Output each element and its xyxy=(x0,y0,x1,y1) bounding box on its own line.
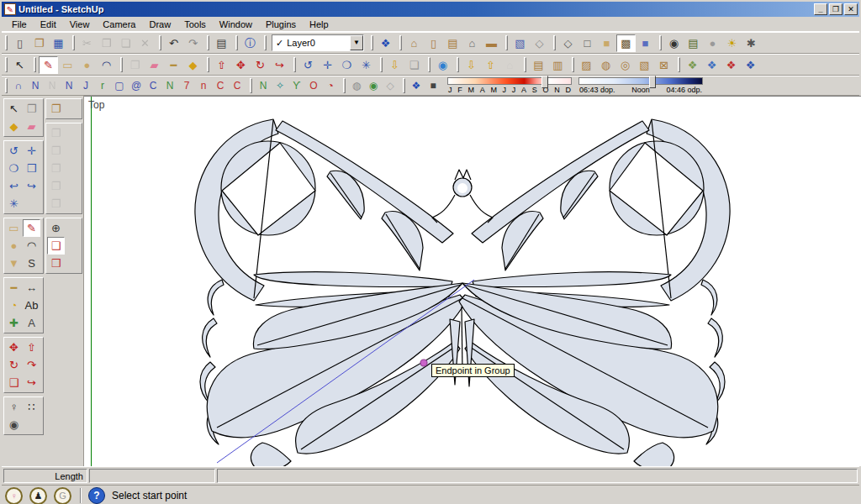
place-model-button[interactable]: ▯ xyxy=(424,34,443,52)
text-tool-button[interactable]: Ab xyxy=(23,297,40,314)
toolbar-drag-handle[interactable] xyxy=(678,57,680,72)
toolbar-drag-handle[interactable] xyxy=(34,57,36,72)
ground-plane-button[interactable]: ▬ xyxy=(482,34,501,52)
open-file-button[interactable]: ❐ xyxy=(29,34,49,52)
zoom-extents-tool-button[interactable]: ✳ xyxy=(5,195,23,213)
layer-manager-button[interactable]: ❖ xyxy=(376,34,395,52)
menu-tools[interactable]: Tools xyxy=(177,18,213,31)
textured-mode-button[interactable]: ▩ xyxy=(616,34,636,52)
toolbar-drag-handle[interactable] xyxy=(120,57,123,72)
plugin-stack-4-button[interactable]: ❖ xyxy=(741,56,760,74)
dome-3-button[interactable]: ◇ xyxy=(382,78,399,94)
eraser-tool-button[interactable]: ▰ xyxy=(23,118,40,135)
undo-button[interactable]: ↶ xyxy=(164,34,183,52)
curve-n2-button[interactable]: n xyxy=(195,78,212,94)
polygon-tool-button[interactable]: ▼ xyxy=(5,255,23,272)
rectangle-tool-button[interactable]: ▭ xyxy=(5,219,23,237)
dimension-tool-button[interactable]: ↔ xyxy=(23,279,40,297)
tape-measure-tool-button[interactable]: ━ xyxy=(164,56,183,74)
model-info-button[interactable]: ⓘ xyxy=(240,34,260,52)
toolbar-drag-handle[interactable] xyxy=(250,78,252,93)
curve-r-button[interactable]: r xyxy=(94,78,111,94)
orbit-tool-button[interactable]: ↺ xyxy=(5,142,23,160)
shadow-toggle-button[interactable]: ■ xyxy=(425,78,441,94)
butterfly-right-half[interactable] xyxy=(459,119,730,466)
zoom-tool-button[interactable]: ❍ xyxy=(5,160,23,177)
zoom-previous-tool-button[interactable]: ↩ xyxy=(5,177,23,195)
axes-tool-button[interactable]: ✚ xyxy=(5,314,23,332)
redo-button[interactable]: ↷ xyxy=(183,34,203,52)
sandbox-drape-button[interactable]: ◎ xyxy=(615,56,635,74)
photo-camera-button[interactable]: ◉ xyxy=(664,34,684,52)
spiral-button[interactable]: @ xyxy=(128,78,145,94)
zoom-extents-tool-button[interactable]: ✳ xyxy=(357,56,376,74)
rounded-rect-button[interactable]: ▢ xyxy=(111,78,128,94)
toolbar-drag-handle[interactable] xyxy=(293,57,296,72)
credits-g-icon[interactable]: G xyxy=(54,487,71,504)
shadow-settings-button[interactable]: ❖ xyxy=(408,78,425,94)
toolbar-drag-handle[interactable] xyxy=(235,35,238,50)
print-button[interactable]: ▤ xyxy=(212,34,231,52)
toolbar-drag-handle[interactable] xyxy=(524,57,526,72)
menu-window[interactable]: Window xyxy=(213,18,259,31)
toolbar-drag-handle[interactable] xyxy=(5,57,8,72)
toolbar-drag-handle[interactable] xyxy=(343,78,346,93)
help-question-icon[interactable]: ? xyxy=(88,487,105,504)
lightbulb-button[interactable]: ☀ xyxy=(722,34,742,52)
menu-plugins[interactable]: Plugins xyxy=(259,18,303,31)
new-file-button[interactable]: ▯ xyxy=(10,34,29,52)
toolbar-drag-handle[interactable] xyxy=(371,35,373,50)
minimize-button[interactable]: _ xyxy=(814,3,827,15)
circle-tool-button[interactable]: ● xyxy=(5,237,23,255)
menu-help[interactable]: Help xyxy=(303,18,335,31)
protractor-tool-button[interactable]: ◔ xyxy=(5,297,23,314)
endpoint-marker[interactable] xyxy=(420,360,427,366)
circle-tool-button[interactable]: ● xyxy=(77,56,97,74)
dome-1-button[interactable]: ◍ xyxy=(348,78,365,94)
back-edges-mode-button[interactable]: ◇ xyxy=(530,34,549,52)
arc-tool-button[interactable]: ◠ xyxy=(97,56,116,74)
wireframe-mode-button[interactable]: ◇ xyxy=(558,34,578,52)
polyline-n-button[interactable]: N xyxy=(61,78,77,94)
offset-tool-button[interactable]: ❑ xyxy=(5,374,23,391)
export-model-button[interactable]: ⇩ xyxy=(385,56,404,74)
toolbar-drag-handle[interactable] xyxy=(553,35,556,50)
plugin-stack-2-button[interactable]: ❖ xyxy=(702,56,721,74)
shadow-time-slider-track[interactable] xyxy=(578,77,703,85)
toolbar-drag-handle[interactable] xyxy=(264,35,267,50)
google-earth-button[interactable]: ◉ xyxy=(433,56,452,74)
pie-tool-button[interactable]: ◔ xyxy=(322,78,339,94)
push-pull-tool-button[interactable]: ⇧ xyxy=(212,56,231,74)
menu-draw[interactable]: Draw xyxy=(142,18,177,31)
settings-gear-button[interactable]: ✱ xyxy=(742,34,761,52)
walk-compass-button[interactable]: ⊕ xyxy=(47,219,65,237)
toolbar-drag-handle[interactable] xyxy=(5,78,8,93)
paint-bucket-tool-button[interactable]: ◆ xyxy=(5,118,23,135)
toolbar-drag-handle[interactable] xyxy=(5,35,8,50)
section-cut-toggle-button[interactable]: ❒ xyxy=(47,255,65,272)
butterfly-drawing[interactable] xyxy=(84,97,861,466)
line-tool-button[interactable]: ✎ xyxy=(23,219,40,237)
look-around-tool-button[interactable]: ◉ xyxy=(5,416,23,433)
plugin-stack-3-button[interactable]: ❖ xyxy=(721,56,741,74)
menu-file[interactable]: File xyxy=(5,18,34,31)
monochrome-mode-button[interactable]: ■ xyxy=(636,34,655,52)
rotate-copy-tool-button[interactable]: ↷ xyxy=(23,356,40,374)
toolbar-drag-handle[interactable] xyxy=(457,57,459,72)
toolbar-drag-handle[interactable] xyxy=(380,57,383,72)
toolbar-drag-handle[interactable] xyxy=(207,57,209,72)
zoom-next-tool-button[interactable]: ↪ xyxy=(23,177,40,195)
bezier-n-button[interactable]: N xyxy=(27,78,44,94)
pan-tool-button[interactable]: ✛ xyxy=(318,56,337,74)
sandbox-flip-edge-button[interactable]: ⊠ xyxy=(654,56,673,74)
sandbox-from-contours-button[interactable]: ▥ xyxy=(548,56,568,74)
measurement-value-box[interactable] xyxy=(89,469,215,483)
bezier-arc-button[interactable]: ∩ xyxy=(10,78,27,94)
arc-tool-button[interactable]: ◠ xyxy=(23,237,40,255)
toolbar-drag-handle[interactable] xyxy=(659,35,662,50)
shadow-month-slider-track[interactable] xyxy=(447,77,572,85)
model-viewport[interactable]: Top xyxy=(84,96,861,466)
toolbar-drag-handle[interactable] xyxy=(159,35,161,50)
toolbar-drag-handle[interactable] xyxy=(72,35,75,50)
select-tool-button[interactable]: ↖ xyxy=(10,56,29,74)
